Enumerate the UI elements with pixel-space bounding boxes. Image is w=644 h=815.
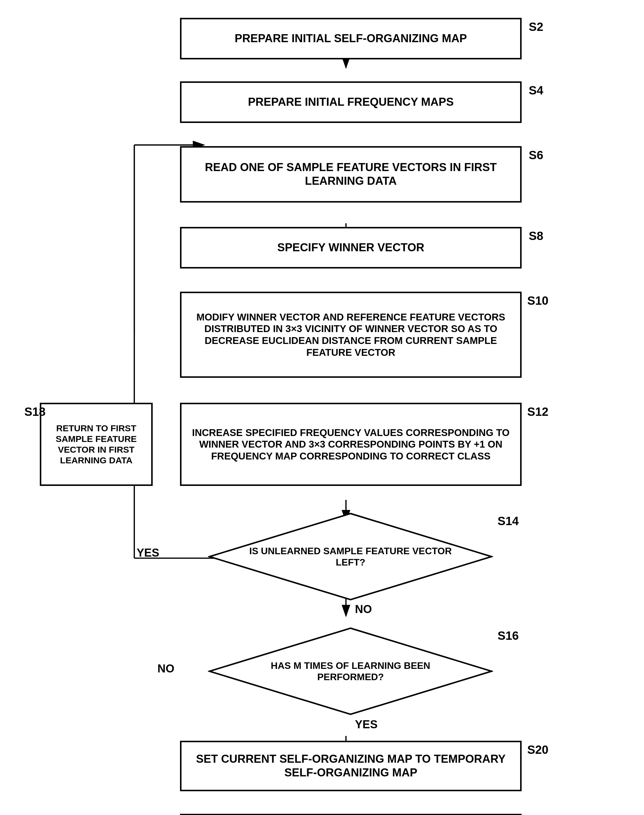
step-s18-text: RETURN TO FIRST SAMPLE FEATURE VECTOR IN…: [48, 423, 144, 466]
step-s12-text: INCREASE SPECIFIED FREQUENCY VALUES CORR…: [189, 427, 513, 462]
step-s10-text: MODIFY WINNER VECTOR AND REFERENCE FEATU…: [189, 311, 513, 358]
step-s12-box: INCREASE SPECIFIED FREQUENCY VALUES CORR…: [180, 403, 521, 486]
s16-yes-label: YES: [355, 718, 377, 731]
step-s4-text: PREPARE INITIAL FREQUENCY MAPS: [248, 95, 454, 109]
step-s6-text: READ ONE OF SAMPLE FEATURE VECTORS IN FI…: [189, 161, 513, 188]
step-s8-label: S8: [529, 229, 543, 243]
s14-yes-label: YES: [136, 547, 159, 559]
step-s10-label: S10: [527, 294, 548, 307]
step-s8-text: SPECIFY WINNER VECTOR: [278, 241, 425, 254]
step-s8-box: SPECIFY WINNER VECTOR: [180, 227, 521, 268]
step-s2-box: PREPARE INITIAL SELF-ORGANIZING MAP: [180, 18, 521, 60]
step-s22-box: BASED ON EACH FREQUENCY MAP, ASSOCIATE C…: [180, 814, 521, 815]
step-s4-box: PREPARE INITIAL FREQUENCY MAPS: [180, 81, 521, 123]
step-s16-label: S16: [498, 629, 519, 642]
step-s10-box: MODIFY WINNER VECTOR AND REFERENCE FEATU…: [180, 292, 521, 378]
s14-no-label: NO: [355, 603, 372, 616]
step-s2-text: PREPARE INITIAL SELF-ORGANIZING MAP: [235, 32, 467, 46]
step-s6-label: S6: [529, 149, 543, 162]
step-s4-label: S4: [529, 84, 543, 97]
step-s6-box: READ ONE OF SAMPLE FEATURE VECTORS IN FI…: [180, 146, 521, 202]
step-s12-label: S12: [527, 405, 548, 418]
step-s20-box: SET CURRENT SELF-ORGANIZING MAP TO TEMPO…: [180, 741, 521, 791]
step-s20-text: SET CURRENT SELF-ORGANIZING MAP TO TEMPO…: [189, 752, 513, 779]
step-s2-label: S2: [529, 20, 543, 34]
step-s16-text: HAS M TIMES OF LEARNING BEEN PERFORMED?: [238, 660, 463, 683]
step-s16-diamond: HAS M TIMES OF LEARNING BEEN PERFORMED?: [208, 627, 493, 716]
step-s14-label: S14: [498, 515, 519, 528]
step-s14-diamond: IS UNLEARNED SAMPLE FEATURE VECTOR LEFT?: [208, 512, 493, 601]
step-s18-label: S18: [25, 405, 46, 418]
step-s18-box: RETURN TO FIRST SAMPLE FEATURE VECTOR IN…: [40, 403, 153, 486]
s16-no-label: NO: [158, 662, 174, 675]
flowchart: PREPARE INITIAL SELF-ORGANIZING MAP S2 P…: [0, 0, 644, 815]
step-s20-label: S20: [527, 743, 548, 757]
step-s14-text: IS UNLEARNED SAMPLE FEATURE VECTOR LEFT?: [238, 545, 463, 568]
